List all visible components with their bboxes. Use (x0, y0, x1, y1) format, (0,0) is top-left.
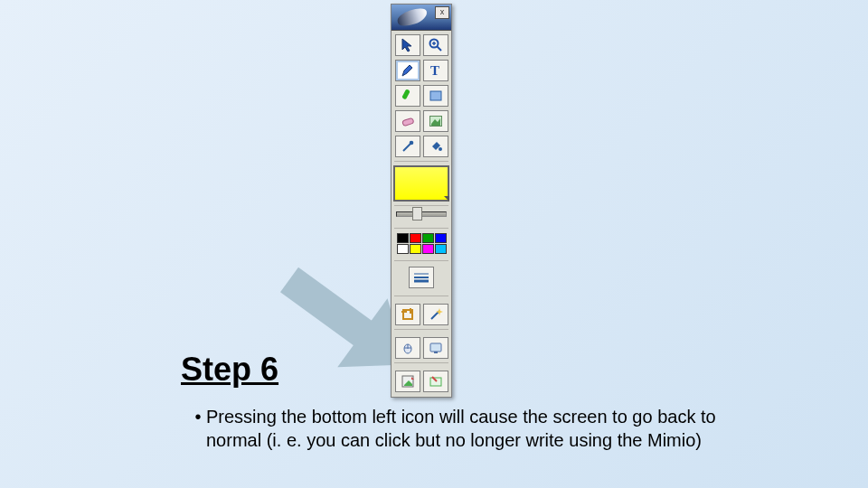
color-mini-swatches[interactable] (392, 232, 451, 257)
svg-marker-0 (402, 39, 411, 52)
svg-rect-32 (430, 378, 441, 386)
mimio-tool-palette: x T (391, 4, 452, 398)
fill-bucket-tool[interactable] (423, 136, 448, 157)
eyedropper-tool[interactable] (395, 136, 420, 157)
zoom-tool[interactable] (423, 34, 448, 56)
bullet-text: Pressing the bottom left icon will cause… (206, 405, 723, 452)
mouse-mode-tool[interactable] (395, 337, 420, 359)
svg-point-15 (439, 147, 442, 151)
crop-tool[interactable] (395, 304, 420, 325)
exit-to-desktop-tool[interactable] (395, 371, 420, 392)
highlighter-tool[interactable] (395, 85, 420, 107)
close-icon[interactable]: x (435, 6, 449, 19)
current-color-swatch[interactable] (393, 165, 449, 202)
eraser-tool[interactable] (395, 110, 420, 132)
svg-line-2 (437, 46, 441, 51)
svg-rect-8 (430, 91, 441, 100)
line-style-tool[interactable] (409, 267, 434, 288)
insert-image-tool[interactable] (423, 110, 448, 132)
svg-point-13 (410, 141, 414, 145)
wand-tool[interactable] (423, 304, 448, 325)
line-width-slider[interactable] (392, 210, 451, 224)
annotate-screen-tool[interactable] (423, 371, 448, 392)
pointer-tool[interactable] (395, 34, 420, 56)
svg-marker-5 (402, 65, 412, 76)
svg-rect-7 (401, 89, 410, 99)
svg-rect-27 (430, 343, 441, 352)
brush-icon (395, 5, 429, 29)
step-description: Pressing the bottom left icon will cause… (181, 405, 723, 452)
step-heading: Step 6 (181, 351, 278, 389)
chevron-down-icon (444, 196, 449, 202)
text-tool[interactable]: T (423, 60, 448, 81)
svg-text:T: T (430, 63, 439, 78)
pencil-tool[interactable] (395, 60, 420, 81)
slide: Step 6 Pressing the bottom left icon wil… (0, 0, 868, 488)
svg-line-12 (403, 144, 410, 151)
svg-rect-9 (402, 117, 414, 126)
screen-mode-tool[interactable] (423, 337, 448, 359)
svg-rect-28 (434, 352, 438, 353)
shape-rectangle-tool[interactable] (423, 85, 448, 107)
palette-titlebar[interactable]: x (392, 5, 451, 31)
